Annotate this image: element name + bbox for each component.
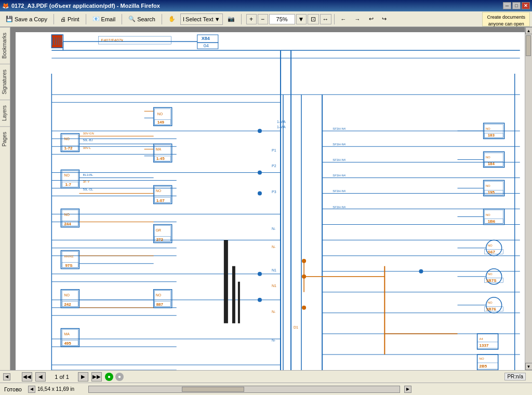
svg-text:NO: NO	[64, 137, 70, 141]
last-page-button[interactable]: ▶▶	[91, 372, 102, 382]
pdf-viewer-area: F407/F407k X84 04	[10, 27, 532, 370]
back-button[interactable]: ←	[337, 13, 350, 25]
svg-text:NO: NO	[157, 112, 163, 116]
navigation-bar: ◀ ◀◀ ◀ 1 of 1 ▶ ▶▶ ● ● PR:n/a	[0, 370, 532, 383]
svg-text:NO: NO	[486, 184, 490, 187]
tab-layers[interactable]: Layers	[0, 100, 10, 126]
fit-width-button[interactable]: ↔	[320, 14, 331, 24]
snapshot-button[interactable]: 📷	[224, 13, 238, 25]
nav-status-icons: ● ●	[105, 373, 124, 381]
svg-text:NO: NO	[486, 127, 490, 130]
tab-signatures[interactable]: Signatures	[0, 64, 10, 100]
svg-point-169	[258, 191, 262, 195]
select-text-button[interactable]: I Select Text ▼	[180, 13, 223, 25]
svg-text:A4: A4	[480, 337, 484, 340]
svg-text:NO: NO	[64, 213, 70, 216]
forward-button[interactable]: →	[351, 13, 364, 25]
hand-icon: ✋	[168, 16, 176, 22]
svg-text:N-: N-	[272, 338, 276, 342]
horizontal-scrollbar[interactable]	[88, 386, 400, 393]
svg-text:272: 272	[156, 237, 164, 242]
svg-text:195: 195	[488, 190, 495, 195]
svg-text:N-: N-	[272, 245, 276, 249]
dropdown-arrow-icon: ▼	[215, 16, 220, 22]
scroll-start-button[interactable]: ◀	[28, 386, 35, 393]
toolbar-separator	[54, 14, 54, 24]
svg-text:2B5: 2B5	[480, 364, 487, 369]
hand-tool-button[interactable]: ✋	[165, 13, 179, 25]
first-page-button[interactable]: ◀◀	[22, 372, 32, 382]
firefox-icon: 🦊	[2, 3, 9, 9]
svg-text:P1: P1	[272, 148, 276, 152]
svg-text:S67: S67	[488, 250, 496, 254]
scroll-thumb-horizontal[interactable]	[182, 387, 244, 392]
svg-text:NO: NO	[486, 213, 490, 216]
status-bar: Готово ◀ 16,54 x 11,69 in ▶	[0, 383, 532, 395]
titlebar-left: 🦊 0172_A3.PDF (объект application/pdf) -…	[2, 3, 160, 9]
tab-bookmarks[interactable]: Bookmarks	[0, 27, 10, 64]
print-button[interactable]: 🖨 Print	[57, 13, 83, 25]
toolbar-separator-5	[241, 14, 242, 24]
email-button[interactable]: 📧 Email	[89, 13, 119, 25]
search-button[interactable]: 🔍 Search	[125, 13, 159, 25]
svg-text:97S: 97S	[65, 263, 73, 268]
create-docs-button[interactable]: Create documents anyone can open	[482, 12, 530, 26]
svg-text:NO: NO	[488, 244, 493, 247]
pdf-page: F407/F407k X84 04	[16, 32, 525, 370]
scroll-up-button[interactable]: ▲	[525, 27, 533, 34]
svg-text:1B6: 1B6	[488, 219, 496, 224]
titlebar-controls[interactable]: ─ □ ✕	[503, 2, 530, 9]
save-copy-button[interactable]: 💾 Save a Copy	[2, 13, 51, 25]
svg-text:SF3H-N4: SF3H-N4	[332, 127, 346, 130]
svg-text:1B76: 1B76	[486, 307, 497, 311]
svg-text:NO: NO	[480, 357, 484, 360]
svg-text:242: 242	[64, 302, 71, 307]
status-green-icon: ●	[105, 373, 113, 381]
toolbar-separator-4	[162, 14, 162, 24]
svg-point-171	[258, 298, 262, 302]
scroll-track-vertical[interactable]	[525, 34, 533, 363]
history-button[interactable]: ↩	[365, 13, 377, 25]
svg-text:NO: NO	[64, 293, 70, 297]
next-page-button[interactable]: ▶	[78, 372, 88, 382]
svg-text:50L-GL: 50L-GL	[83, 188, 94, 191]
svg-text:1-MA: 1-MA	[277, 120, 286, 124]
zoom-dropdown-button[interactable]: ▼	[296, 14, 307, 24]
svg-text:GR: GR	[156, 228, 162, 232]
zoom-area: + − 75% ▼ ⊡ ↔	[246, 14, 331, 24]
fit-page-button[interactable]: ⊡	[308, 14, 319, 24]
scroll-end-button[interactable]: ▶	[404, 386, 411, 393]
svg-text:887: 887	[156, 302, 164, 307]
svg-text:1-45: 1-45	[156, 156, 165, 161]
tab-pages[interactable]: Pages	[0, 126, 10, 152]
minimize-button[interactable]: ─	[503, 2, 511, 9]
svg-text:P2: P2	[272, 164, 276, 168]
svg-text:1337: 1337	[480, 343, 489, 348]
close-button[interactable]: ✕	[522, 2, 530, 9]
left-panel-tabs: Bookmarks Signatures Layers Pages	[0, 27, 10, 370]
svg-text:30V-GN: 30V-GN	[83, 132, 94, 135]
svg-point-170	[258, 272, 262, 276]
vertical-scrollbar[interactable]: ▲ ▼	[525, 27, 532, 370]
main-area: Bookmarks Signatures Layers Pages	[0, 27, 532, 370]
status-gray-icon: ●	[115, 373, 124, 381]
maximize-button[interactable]: □	[512, 2, 521, 9]
pr-indicator: PR:n/a	[504, 373, 526, 380]
svg-text:244: 244	[64, 222, 71, 226]
prev-page-button[interactable]: ◀	[35, 372, 46, 382]
svg-point-172	[419, 269, 423, 274]
scroll-thumb-vertical[interactable]	[526, 35, 531, 56]
svg-text:NO: NO	[486, 156, 490, 159]
toolbar: 💾 Save a Copy 🖨 Print 📧 Email 🔍 Search ✋…	[0, 11, 532, 27]
scroll-left-button[interactable]: ◀	[3, 373, 10, 380]
share-button[interactable]: ↪	[378, 13, 390, 25]
svg-text:BL3-BL: BL3-BL	[83, 173, 94, 176]
svg-text:149: 149	[157, 120, 165, 125]
scroll-down-button[interactable]: ▼	[525, 363, 533, 370]
zoom-out-button[interactable]: −	[258, 14, 268, 24]
svg-text:SF3H-N4: SF3H-N4	[332, 174, 346, 177]
zoom-in-button[interactable]: +	[246, 14, 257, 24]
svg-text:SF3H-N4: SF3H-N4	[332, 206, 346, 209]
svg-text:NO: NO	[488, 273, 493, 276]
svg-text:D1: D1	[294, 325, 298, 329]
